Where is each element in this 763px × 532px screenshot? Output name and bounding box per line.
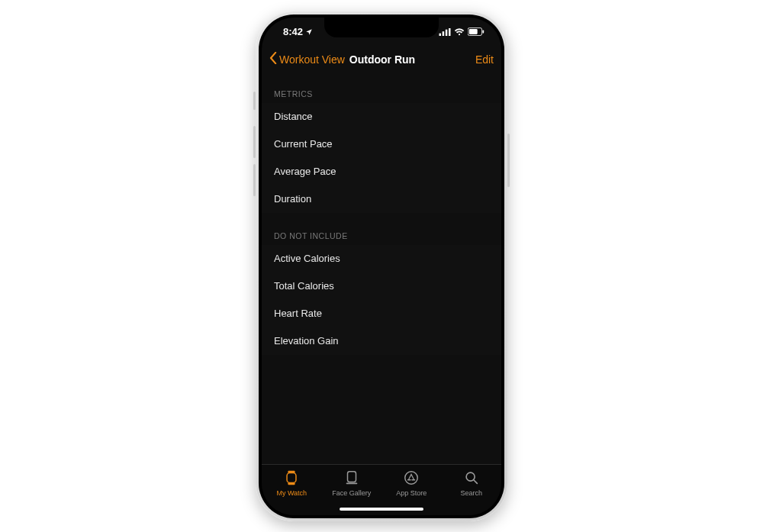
list-item[interactable]: Current Pace bbox=[262, 131, 501, 158]
cellular-signal-icon bbox=[439, 28, 451, 36]
status-time: 8:42 bbox=[283, 26, 303, 37]
svg-rect-6 bbox=[482, 30, 484, 33]
face-gallery-icon bbox=[343, 469, 360, 488]
power-button bbox=[507, 134, 510, 187]
tab-label: Search bbox=[460, 489, 482, 497]
list-item[interactable]: Distance bbox=[262, 103, 501, 131]
back-button[interactable]: Workout View Outdoor Run bbox=[269, 52, 415, 66]
notch bbox=[324, 18, 439, 37]
edit-button[interactable]: Edit bbox=[475, 53, 494, 66]
tab-label: My Watch bbox=[276, 489, 307, 497]
list-item[interactable]: Average Pace bbox=[262, 158, 501, 185]
chevron-left-icon bbox=[269, 52, 278, 66]
svg-rect-5 bbox=[469, 29, 478, 34]
exclude-group: Active Calories Total Calories Heart Rat… bbox=[262, 245, 501, 355]
metrics-group: Distance Current Pace Average Pace Durat… bbox=[262, 103, 501, 213]
svg-rect-2 bbox=[446, 29, 448, 35]
svg-rect-11 bbox=[346, 482, 357, 484]
list-item[interactable]: Total Calories bbox=[262, 272, 501, 300]
tab-label: Face Gallery bbox=[332, 489, 371, 497]
section-header-metrics: METRICS bbox=[262, 83, 501, 103]
list-item[interactable]: Duration bbox=[262, 185, 501, 213]
watch-icon bbox=[283, 469, 300, 488]
wifi-icon bbox=[454, 28, 465, 36]
list-item[interactable]: Elevation Gain bbox=[262, 327, 501, 355]
tab-search[interactable]: Search bbox=[442, 469, 502, 497]
tab-app-store[interactable]: App Store bbox=[382, 469, 442, 497]
list-item[interactable]: Active Calories bbox=[262, 245, 501, 272]
nav-bar: Workout View Outdoor Run Edit bbox=[262, 47, 501, 73]
phone-frame: 8:42 bbox=[256, 11, 507, 521]
svg-rect-10 bbox=[347, 471, 356, 482]
home-indicator[interactable] bbox=[340, 508, 423, 511]
svg-rect-9 bbox=[287, 472, 296, 482]
page-title: Outdoor Run bbox=[349, 53, 415, 66]
svg-rect-1 bbox=[443, 31, 445, 36]
screen: 8:42 bbox=[262, 18, 501, 515]
tab-my-watch[interactable]: My Watch bbox=[262, 469, 322, 497]
tab-face-gallery[interactable]: Face Gallery bbox=[322, 469, 382, 497]
section-header-exclude: DO NOT INCLUDE bbox=[262, 225, 501, 245]
svg-rect-0 bbox=[439, 33, 442, 35]
back-label: Workout View bbox=[279, 53, 345, 66]
tab-label: App Store bbox=[396, 489, 427, 497]
volume-up-button bbox=[253, 126, 256, 158]
settings-list: METRICS Distance Current Pace Average Pa… bbox=[262, 73, 501, 355]
svg-line-14 bbox=[474, 479, 478, 483]
list-item[interactable]: Heart Rate bbox=[262, 300, 501, 327]
svg-rect-3 bbox=[449, 28, 451, 36]
search-icon bbox=[463, 469, 480, 488]
app-store-icon bbox=[403, 469, 420, 488]
mute-switch bbox=[253, 92, 256, 110]
location-icon bbox=[305, 28, 313, 36]
volume-down-button bbox=[253, 164, 256, 196]
battery-icon bbox=[468, 27, 485, 36]
